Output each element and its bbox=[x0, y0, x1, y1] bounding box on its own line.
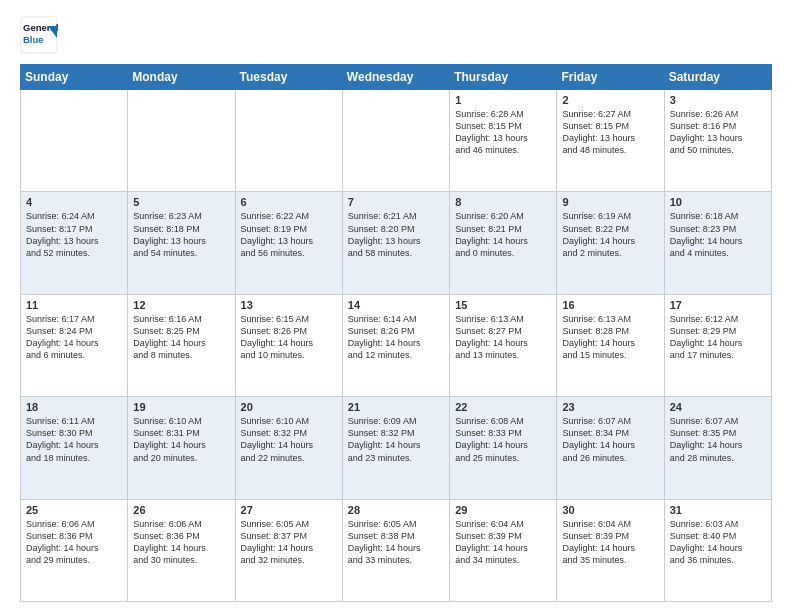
day-number: 19 bbox=[133, 401, 229, 413]
svg-text:Blue: Blue bbox=[23, 34, 44, 45]
day-info: Sunrise: 6:26 AM Sunset: 8:16 PM Dayligh… bbox=[670, 108, 766, 157]
day-cell-31: 31Sunrise: 6:03 AM Sunset: 8:40 PM Dayli… bbox=[664, 499, 771, 601]
day-cell-28: 28Sunrise: 6:05 AM Sunset: 8:38 PM Dayli… bbox=[342, 499, 449, 601]
day-info: Sunrise: 6:09 AM Sunset: 8:32 PM Dayligh… bbox=[348, 415, 444, 464]
day-number: 5 bbox=[133, 196, 229, 208]
day-number: 13 bbox=[241, 299, 337, 311]
day-cell-27: 27Sunrise: 6:05 AM Sunset: 8:37 PM Dayli… bbox=[235, 499, 342, 601]
day-info: Sunrise: 6:06 AM Sunset: 8:36 PM Dayligh… bbox=[26, 518, 122, 567]
day-cell-26: 26Sunrise: 6:06 AM Sunset: 8:36 PM Dayli… bbox=[128, 499, 235, 601]
weekday-thursday: Thursday bbox=[450, 65, 557, 90]
day-cell-8: 8Sunrise: 6:20 AM Sunset: 8:21 PM Daylig… bbox=[450, 192, 557, 294]
weekday-saturday: Saturday bbox=[664, 65, 771, 90]
day-cell-14: 14Sunrise: 6:14 AM Sunset: 8:26 PM Dayli… bbox=[342, 294, 449, 396]
day-number: 17 bbox=[670, 299, 766, 311]
day-info: Sunrise: 6:04 AM Sunset: 8:39 PM Dayligh… bbox=[562, 518, 658, 567]
weekday-header-row: SundayMondayTuesdayWednesdayThursdayFrid… bbox=[21, 65, 772, 90]
weekday-tuesday: Tuesday bbox=[235, 65, 342, 90]
day-cell-4: 4Sunrise: 6:24 AM Sunset: 8:17 PM Daylig… bbox=[21, 192, 128, 294]
day-cell-11: 11Sunrise: 6:17 AM Sunset: 8:24 PM Dayli… bbox=[21, 294, 128, 396]
day-info: Sunrise: 6:28 AM Sunset: 8:15 PM Dayligh… bbox=[455, 108, 551, 157]
header: General Blue bbox=[20, 16, 772, 54]
day-info: Sunrise: 6:18 AM Sunset: 8:23 PM Dayligh… bbox=[670, 210, 766, 259]
day-number: 12 bbox=[133, 299, 229, 311]
week-row-3: 18Sunrise: 6:11 AM Sunset: 8:30 PM Dayli… bbox=[21, 397, 772, 499]
weekday-sunday: Sunday bbox=[21, 65, 128, 90]
day-info: Sunrise: 6:10 AM Sunset: 8:32 PM Dayligh… bbox=[241, 415, 337, 464]
day-cell-6: 6Sunrise: 6:22 AM Sunset: 8:19 PM Daylig… bbox=[235, 192, 342, 294]
day-info: Sunrise: 6:05 AM Sunset: 8:38 PM Dayligh… bbox=[348, 518, 444, 567]
day-cell-2: 2Sunrise: 6:27 AM Sunset: 8:15 PM Daylig… bbox=[557, 90, 664, 192]
day-info: Sunrise: 6:07 AM Sunset: 8:35 PM Dayligh… bbox=[670, 415, 766, 464]
day-number: 20 bbox=[241, 401, 337, 413]
day-info: Sunrise: 6:03 AM Sunset: 8:40 PM Dayligh… bbox=[670, 518, 766, 567]
calendar-table: SundayMondayTuesdayWednesdayThursdayFrid… bbox=[20, 64, 772, 602]
day-info: Sunrise: 6:04 AM Sunset: 8:39 PM Dayligh… bbox=[455, 518, 551, 567]
day-cell-7: 7Sunrise: 6:21 AM Sunset: 8:20 PM Daylig… bbox=[342, 192, 449, 294]
day-info: Sunrise: 6:05 AM Sunset: 8:37 PM Dayligh… bbox=[241, 518, 337, 567]
day-number: 26 bbox=[133, 504, 229, 516]
day-info: Sunrise: 6:07 AM Sunset: 8:34 PM Dayligh… bbox=[562, 415, 658, 464]
day-number: 9 bbox=[562, 196, 658, 208]
day-number: 15 bbox=[455, 299, 551, 311]
day-number: 31 bbox=[670, 504, 766, 516]
day-number: 24 bbox=[670, 401, 766, 413]
day-info: Sunrise: 6:13 AM Sunset: 8:27 PM Dayligh… bbox=[455, 313, 551, 362]
day-cell-13: 13Sunrise: 6:15 AM Sunset: 8:26 PM Dayli… bbox=[235, 294, 342, 396]
day-number: 16 bbox=[562, 299, 658, 311]
day-cell-23: 23Sunrise: 6:07 AM Sunset: 8:34 PM Dayli… bbox=[557, 397, 664, 499]
day-cell-21: 21Sunrise: 6:09 AM Sunset: 8:32 PM Dayli… bbox=[342, 397, 449, 499]
day-number: 18 bbox=[26, 401, 122, 413]
day-info: Sunrise: 6:17 AM Sunset: 8:24 PM Dayligh… bbox=[26, 313, 122, 362]
logo: General Blue bbox=[20, 16, 58, 54]
day-info: Sunrise: 6:20 AM Sunset: 8:21 PM Dayligh… bbox=[455, 210, 551, 259]
day-cell-3: 3Sunrise: 6:26 AM Sunset: 8:16 PM Daylig… bbox=[664, 90, 771, 192]
day-cell-15: 15Sunrise: 6:13 AM Sunset: 8:27 PM Dayli… bbox=[450, 294, 557, 396]
day-cell-22: 22Sunrise: 6:08 AM Sunset: 8:33 PM Dayli… bbox=[450, 397, 557, 499]
day-cell-5: 5Sunrise: 6:23 AM Sunset: 8:18 PM Daylig… bbox=[128, 192, 235, 294]
day-cell-10: 10Sunrise: 6:18 AM Sunset: 8:23 PM Dayli… bbox=[664, 192, 771, 294]
day-number: 23 bbox=[562, 401, 658, 413]
day-number: 14 bbox=[348, 299, 444, 311]
day-number: 4 bbox=[26, 196, 122, 208]
day-cell-18: 18Sunrise: 6:11 AM Sunset: 8:30 PM Dayli… bbox=[21, 397, 128, 499]
empty-cell bbox=[21, 90, 128, 192]
day-cell-24: 24Sunrise: 6:07 AM Sunset: 8:35 PM Dayli… bbox=[664, 397, 771, 499]
day-cell-29: 29Sunrise: 6:04 AM Sunset: 8:39 PM Dayli… bbox=[450, 499, 557, 601]
day-info: Sunrise: 6:15 AM Sunset: 8:26 PM Dayligh… bbox=[241, 313, 337, 362]
day-info: Sunrise: 6:14 AM Sunset: 8:26 PM Dayligh… bbox=[348, 313, 444, 362]
day-cell-16: 16Sunrise: 6:13 AM Sunset: 8:28 PM Dayli… bbox=[557, 294, 664, 396]
day-info: Sunrise: 6:11 AM Sunset: 8:30 PM Dayligh… bbox=[26, 415, 122, 464]
day-cell-1: 1Sunrise: 6:28 AM Sunset: 8:15 PM Daylig… bbox=[450, 90, 557, 192]
day-info: Sunrise: 6:22 AM Sunset: 8:19 PM Dayligh… bbox=[241, 210, 337, 259]
day-info: Sunrise: 6:16 AM Sunset: 8:25 PM Dayligh… bbox=[133, 313, 229, 362]
page: General Blue SundayMondayTuesdayWednesda… bbox=[0, 0, 792, 612]
day-cell-17: 17Sunrise: 6:12 AM Sunset: 8:29 PM Dayli… bbox=[664, 294, 771, 396]
day-info: Sunrise: 6:19 AM Sunset: 8:22 PM Dayligh… bbox=[562, 210, 658, 259]
day-info: Sunrise: 6:24 AM Sunset: 8:17 PM Dayligh… bbox=[26, 210, 122, 259]
week-row-2: 11Sunrise: 6:17 AM Sunset: 8:24 PM Dayli… bbox=[21, 294, 772, 396]
week-row-0: 1Sunrise: 6:28 AM Sunset: 8:15 PM Daylig… bbox=[21, 90, 772, 192]
week-row-1: 4Sunrise: 6:24 AM Sunset: 8:17 PM Daylig… bbox=[21, 192, 772, 294]
day-info: Sunrise: 6:06 AM Sunset: 8:36 PM Dayligh… bbox=[133, 518, 229, 567]
empty-cell bbox=[235, 90, 342, 192]
logo-svg: General Blue bbox=[20, 16, 58, 54]
day-info: Sunrise: 6:27 AM Sunset: 8:15 PM Dayligh… bbox=[562, 108, 658, 157]
weekday-wednesday: Wednesday bbox=[342, 65, 449, 90]
day-info: Sunrise: 6:08 AM Sunset: 8:33 PM Dayligh… bbox=[455, 415, 551, 464]
day-info: Sunrise: 6:12 AM Sunset: 8:29 PM Dayligh… bbox=[670, 313, 766, 362]
day-number: 29 bbox=[455, 504, 551, 516]
day-info: Sunrise: 6:23 AM Sunset: 8:18 PM Dayligh… bbox=[133, 210, 229, 259]
day-info: Sunrise: 6:21 AM Sunset: 8:20 PM Dayligh… bbox=[348, 210, 444, 259]
week-row-4: 25Sunrise: 6:06 AM Sunset: 8:36 PM Dayli… bbox=[21, 499, 772, 601]
empty-cell bbox=[342, 90, 449, 192]
day-cell-12: 12Sunrise: 6:16 AM Sunset: 8:25 PM Dayli… bbox=[128, 294, 235, 396]
day-number: 28 bbox=[348, 504, 444, 516]
day-number: 3 bbox=[670, 94, 766, 106]
day-info: Sunrise: 6:13 AM Sunset: 8:28 PM Dayligh… bbox=[562, 313, 658, 362]
day-number: 30 bbox=[562, 504, 658, 516]
day-number: 7 bbox=[348, 196, 444, 208]
day-cell-25: 25Sunrise: 6:06 AM Sunset: 8:36 PM Dayli… bbox=[21, 499, 128, 601]
day-cell-30: 30Sunrise: 6:04 AM Sunset: 8:39 PM Dayli… bbox=[557, 499, 664, 601]
day-number: 1 bbox=[455, 94, 551, 106]
